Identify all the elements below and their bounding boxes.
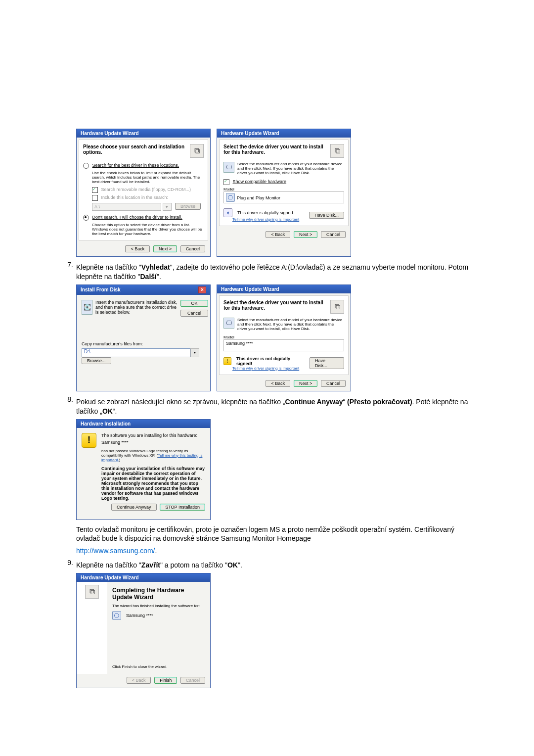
titlebar: Hardware Update Wizard [77, 129, 210, 138]
not-signed-text: This driver is not digitally signed! [236, 356, 307, 366]
dlg3-heading: Select the device driver you want to ins… [223, 300, 327, 311]
finish-button[interactable]: Finish [154, 677, 177, 684]
chk-removable-label: Search removable media (floppy, CD-ROM..… [101, 187, 191, 192]
browse-button[interactable]: Browse [175, 203, 201, 210]
have-disk-button[interactable]: Have Disk... [309, 212, 344, 219]
tell-me-link[interactable]: Tell me why driver signing is important [232, 366, 307, 371]
hardware-wizard-search-options: Hardware Update Wizard Please choose you… [76, 129, 211, 257]
titlebar: Hardware Update Wizard [217, 285, 351, 293]
monitor-icon: 🖵 [223, 318, 234, 329]
have-disk-button[interactable]: Have Disk... [310, 357, 344, 369]
close-icon[interactable]: × [198, 286, 206, 293]
finish-item: Samsung **** [126, 613, 153, 618]
path-input[interactable]: A:\ [92, 203, 161, 211]
wizard-icon: ⧉ [330, 144, 344, 158]
hardware-wizard-select-driver-1: Hardware Update Wizard Select the device… [217, 129, 351, 257]
next-button[interactable]: Next > [153, 245, 177, 252]
next-button[interactable]: Next > [294, 380, 317, 387]
chk-compat-label: Show compatible hardware [233, 179, 287, 184]
back-button[interactable]: < Back [266, 231, 290, 238]
cancel-button[interactable]: Cancel [321, 231, 346, 238]
copy-path-input[interactable]: D:\ [82, 348, 190, 357]
signed-text: This driver is digitally signed. [237, 210, 294, 215]
wizard-side-graphic: ⧉ [77, 582, 107, 674]
check-removable[interactable] [92, 187, 98, 193]
back-button: < Back [127, 677, 151, 684]
tell-me-link[interactable]: Tell me why driver signing is important [232, 217, 299, 222]
hwinst-bold: Continuing your installation of this sof… [101, 466, 205, 501]
check-compatible[interactable] [223, 179, 229, 185]
opt-dont-help: Choose this option to select the device … [92, 223, 204, 236]
hwinst-line3: has not passed Windows Logo testing to v… [101, 449, 205, 462]
warning-icon: ! [223, 357, 231, 365]
samsung-link[interactable]: http://www.samsung.com/ [76, 547, 155, 555]
copy-from-label: Copy manufacturer's files from: [82, 341, 205, 346]
step-number-7: 7. [59, 261, 76, 395]
wizard-icon: ⧉ [85, 585, 99, 599]
chk-include-label: Include this location in the search: [101, 195, 169, 200]
dlg3-help: Select the manufacturer and model of you… [237, 318, 344, 331]
opt-dont-label: Don't search. I will choose the driver t… [92, 215, 182, 220]
click-finish-text: Click Finish to close the wizard. [112, 664, 205, 669]
model-list[interactable]: Samsung **** [223, 339, 344, 351]
cert-paragraph: Tento ovladač monitoru je certifikován, … [76, 525, 475, 544]
model-item: Samsung **** [226, 341, 253, 346]
step-number-8: 8. [59, 395, 76, 559]
check-include-location[interactable] [92, 195, 98, 201]
model-label: Model [223, 187, 344, 191]
back-button[interactable]: < Back [125, 245, 150, 252]
model-label: Model [223, 335, 344, 339]
step9-text: Klepněte na tlačítko "Zavřít" a potom na… [76, 561, 475, 570]
continue-anyway-button[interactable]: Continue Anyway [111, 504, 157, 511]
next-button[interactable]: Next > [294, 231, 317, 238]
wizard-icon: ⧉ [330, 300, 344, 314]
cancel-button[interactable]: Cancel [321, 380, 346, 387]
model-list[interactable]: 🖵Plug and Play Monitor [223, 191, 344, 203]
opt-search-label: Search for the best driver in these loca… [92, 163, 179, 168]
dlg2-heading: Select the device driver you want to ins… [223, 144, 327, 155]
dlg2-help: Select the manufacturer and model of you… [237, 162, 344, 175]
step8-text: Pokud se zobrazí následující okno se zpr… [76, 397, 475, 416]
finish-heading: Completing the Hardware Update Wizard [112, 587, 205, 601]
hwinst-line2: Samsung **** [101, 440, 205, 445]
warning-icon: ! [82, 433, 96, 448]
cancel-button[interactable]: Cancel [180, 310, 208, 317]
model-item: Plug and Play Monitor [237, 195, 280, 200]
cancel-button[interactable]: Cancel [180, 245, 205, 252]
hardware-installation-warning: Hardware Installation ! The software you… [76, 419, 211, 520]
titlebar: Hardware Installation [77, 420, 210, 428]
ok-button[interactable]: OK [180, 300, 208, 307]
step7-text: Klepněte na tlačítko "Vyhledat", zadejte… [76, 263, 475, 282]
hardware-wizard-select-driver-2: Hardware Update Wizard Select the device… [217, 284, 351, 391]
monitor-icon: 🖵 [223, 162, 234, 173]
path-dropdown[interactable]: ▾ [163, 203, 172, 211]
finish-line: The wizard has finished installing the s… [112, 604, 205, 608]
monitor-icon: 🖵 [226, 193, 235, 202]
titlebar: Hardware Update Wizard [217, 129, 351, 138]
browse-button[interactable]: Browse... [82, 357, 111, 364]
disk-icon: 💽 [82, 300, 92, 315]
radio-search[interactable] [83, 163, 89, 169]
path-dropdown[interactable]: ▾ [190, 348, 199, 357]
dlg1-heading: Please choose your search and installati… [83, 144, 187, 155]
hardware-wizard-complete: Hardware Update Wizard ⧉ Completing the … [76, 573, 211, 688]
cancel-button: Cancel [180, 677, 205, 684]
opt-search-help: Use the check boxes below to limit or ex… [92, 171, 204, 184]
shield-icon: ✦ [223, 208, 232, 217]
hwinst-line1: The software you are installing for this… [101, 433, 205, 438]
radio-dont-search[interactable] [83, 215, 89, 221]
install-from-disk-dialog: Install From Disk × 💽 Insert the manufac… [76, 284, 211, 391]
installdisk-msg: Insert the manufacturer's installation d… [95, 300, 178, 315]
titlebar: Install From Disk × [77, 285, 210, 295]
wizard-icon: ⧉ [190, 144, 204, 158]
step-number-9: 9. [59, 559, 76, 688]
titlebar: Hardware Update Wizard [77, 573, 210, 582]
stop-installation-button[interactable]: STOP Installation [160, 504, 205, 511]
monitor-icon: 🖵 [112, 611, 121, 620]
back-button[interactable]: < Back [266, 380, 290, 387]
